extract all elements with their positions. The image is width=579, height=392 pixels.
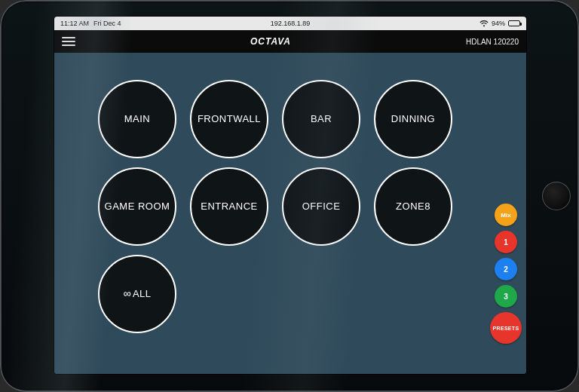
app-header: OCTAVA HDLAN 120220	[54, 30, 526, 53]
zone-label: MAIN	[124, 113, 151, 125]
zone-button-game-room[interactable]: GAME ROOM	[98, 167, 176, 246]
home-button[interactable]	[542, 182, 571, 210]
status-date: Fri Dec 4	[93, 20, 121, 27]
side-button-3[interactable]: 3	[495, 285, 517, 308]
zone-label: BAR	[311, 113, 332, 125]
app-body: MAINFRONTWALLBARDINNINGGAME ROOMENTRANCE…	[54, 53, 526, 374]
tablet-bezel: 11:12 AM Fri Dec 4 192.168.1.89 94% OCTA…	[0, 0, 579, 392]
side-button-stack: Mix123PRESETS	[490, 204, 522, 344]
screen: 11:12 AM Fri Dec 4 192.168.1.89 94% OCTA…	[54, 17, 526, 374]
side-button-2[interactable]: 2	[495, 258, 517, 280]
brand-logo: OCTAVA	[250, 36, 291, 47]
status-url: 192.168.1.89	[271, 20, 311, 27]
menu-icon[interactable]	[62, 37, 75, 46]
zone-label: GAME ROOM	[105, 201, 170, 213]
battery-text: 94%	[492, 20, 505, 27]
ios-status-bar: 11:12 AM Fri Dec 4 192.168.1.89 94%	[54, 17, 526, 30]
side-button-mix[interactable]: Mix	[495, 204, 517, 226]
zone-label: FRONTWALL	[198, 113, 261, 125]
battery-icon	[508, 20, 520, 26]
side-button-presets[interactable]: PRESETS	[490, 312, 522, 344]
zone-button-zone8[interactable]: ZONE8	[374, 167, 452, 246]
zone-label: ENTRANCE	[201, 201, 258, 213]
zone-button-main[interactable]: MAIN	[98, 80, 176, 158]
status-time: 11:12 AM	[60, 20, 89, 27]
zone-button-dinning[interactable]: DINNING	[374, 80, 452, 158]
zone-button-frontwall[interactable]: FRONTWALL	[190, 80, 268, 158]
zone-button-bar[interactable]: BAR	[282, 80, 360, 158]
device-label: HDLAN 120220	[466, 38, 519, 46]
zone-button-office[interactable]: OFFICE	[282, 167, 360, 246]
wifi-icon	[479, 20, 489, 27]
zone-button-entrance[interactable]: ENTRANCE	[190, 167, 268, 246]
zone-label: ZONE8	[396, 201, 430, 213]
side-button-1[interactable]: 1	[495, 231, 517, 253]
zone-button-all[interactable]: ALL	[98, 255, 176, 333]
zone-grid: MAINFRONTWALLBARDINNINGGAME ROOMENTRANCE…	[98, 80, 452, 333]
zone-label: ALL	[133, 288, 152, 300]
zone-label: DINNING	[391, 113, 435, 125]
zone-label: OFFICE	[302, 201, 341, 213]
